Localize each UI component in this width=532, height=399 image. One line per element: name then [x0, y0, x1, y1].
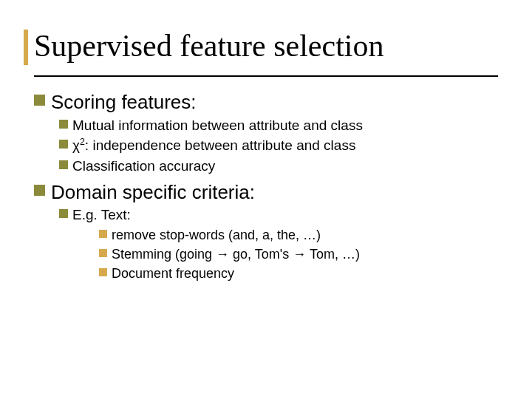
bullet-list-l3: remove stop-words (and, a, the, …) Stemm…: [99, 226, 498, 283]
bullet-list-l2: Mutual information between attribute and…: [59, 116, 498, 176]
list-item-label: E.g. Text:: [72, 205, 131, 225]
square-bullet-icon: [99, 268, 107, 276]
slide-title: Supervised feature selection: [34, 30, 498, 68]
superscript: 2: [80, 137, 85, 147]
list-item: E.g. Text: remove stop-words (and, a, th…: [59, 205, 498, 283]
list-item: Document frequency: [99, 265, 498, 282]
slide: Supervised feature selection Scoring fea…: [0, 0, 532, 399]
square-bullet-icon: [34, 185, 45, 196]
title-underline: [34, 75, 498, 77]
square-bullet-icon: [59, 209, 68, 218]
title-accent-bar: [24, 30, 28, 65]
square-bullet-icon: [34, 95, 45, 106]
list-item-suffix: : independence between attribute and cla…: [85, 137, 356, 153]
list-item-label: Domain specific criteria:: [51, 180, 255, 205]
list-item-label: Classification accuracy: [72, 157, 215, 176]
list-item: Domain specific criteria: E.g. Text: rem…: [34, 180, 498, 283]
square-bullet-icon: [59, 160, 68, 169]
list-item: Scoring features: Mutual information bet…: [34, 90, 498, 175]
list-item: Classification accuracy: [59, 157, 498, 176]
square-bullet-icon: [59, 120, 68, 129]
square-bullet-icon: [99, 249, 107, 257]
list-item-label: Stemming (going → go, Tom's → Tom, …): [112, 245, 360, 263]
square-bullet-icon: [59, 140, 68, 149]
list-item: remove stop-words (and, a, the, …): [99, 226, 498, 244]
bullet-list-l2: E.g. Text: remove stop-words (and, a, th…: [59, 205, 498, 283]
list-item-label: Document frequency: [112, 265, 234, 282]
title-block: Supervised feature selection: [34, 30, 498, 68]
list-item: Stemming (going → go, Tom's → Tom, …): [99, 245, 498, 263]
list-item: χ2: independence between attribute and c…: [59, 136, 498, 155]
list-item-label: Mutual information between attribute and…: [72, 116, 363, 135]
list-item: Mutual information between attribute and…: [59, 116, 498, 135]
list-item-label: χ2: independence between attribute and c…: [72, 136, 355, 155]
list-item-label: remove stop-words (and, a, the, …): [112, 226, 321, 244]
bullet-list-l1: Scoring features: Mutual information bet…: [34, 90, 498, 282]
chi-symbol: χ: [72, 137, 80, 153]
list-item-label: Scoring features:: [51, 90, 197, 115]
square-bullet-icon: [99, 230, 107, 238]
